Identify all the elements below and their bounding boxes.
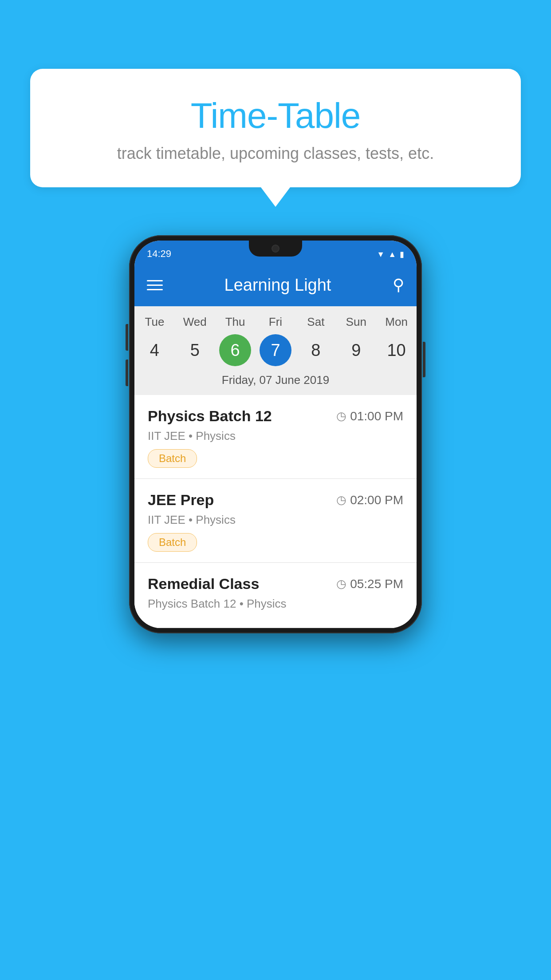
calendar-strip: Tue Wed Thu Fri Sat Sun Mon 4 5 6 7 8 9 … (134, 306, 417, 395)
day-label-sun: Sun (336, 315, 376, 329)
day-5[interactable]: 5 (179, 334, 211, 366)
day-4[interactable]: 4 (138, 334, 170, 366)
day-9[interactable]: 9 (340, 334, 372, 366)
schedule-item-1-time: ◷ 01:00 PM (336, 409, 403, 423)
selected-date-label: Friday, 07 June 2019 (134, 373, 417, 395)
schedule-item-2[interactable]: JEE Prep ◷ 02:00 PM IIT JEE • Physics Ba… (134, 479, 417, 563)
day-label-wed: Wed (175, 315, 215, 329)
search-icon[interactable]: ⚲ (393, 276, 404, 294)
day-8[interactable]: 8 (300, 334, 332, 366)
batch-tag-1: Batch (148, 449, 197, 468)
day-10[interactable]: 10 (381, 334, 413, 366)
batch-tag-2: Batch (148, 533, 197, 552)
day-labels: Tue Wed Thu Fri Sat Sun Mon (134, 315, 417, 329)
status-icons (377, 249, 404, 259)
schedule-item-2-subtitle: IIT JEE • Physics (148, 513, 403, 527)
schedule-list: Physics Batch 12 ◷ 01:00 PM IIT JEE • Ph… (134, 395, 417, 628)
speech-bubble: Time-Table track timetable, upcoming cla… (30, 69, 521, 187)
app-title: Learning Light (173, 276, 382, 295)
schedule-item-3-time: ◷ 05:25 PM (336, 577, 403, 591)
schedule-item-2-title: JEE Prep (148, 491, 214, 509)
phone-shell: 14:29 Learning Light ⚲ (129, 235, 422, 633)
status-time: 14:29 (147, 248, 171, 260)
schedule-item-1-header: Physics Batch 12 ◷ 01:00 PM (148, 407, 403, 425)
schedule-item-1-title: Physics Batch 12 (148, 407, 272, 425)
day-label-sat: Sat (295, 315, 336, 329)
signal-icon (388, 249, 396, 259)
schedule-item-3-header: Remedial Class ◷ 05:25 PM (148, 575, 403, 593)
clock-icon-1: ◷ (336, 409, 346, 423)
menu-icon[interactable] (147, 280, 163, 290)
wifi-icon (377, 249, 385, 259)
clock-icon-3: ◷ (336, 577, 346, 591)
day-label-tue: Tue (134, 315, 175, 329)
schedule-item-3-title: Remedial Class (148, 575, 259, 593)
schedule-item-1[interactable]: Physics Batch 12 ◷ 01:00 PM IIT JEE • Ph… (134, 395, 417, 479)
front-camera (272, 245, 279, 253)
bubble-title: Time-Table (48, 95, 503, 136)
clock-icon-2: ◷ (336, 493, 346, 507)
bubble-subtitle: track timetable, upcoming classes, tests… (48, 144, 503, 163)
app-bar: Learning Light ⚲ (134, 264, 417, 306)
schedule-item-1-subtitle: IIT JEE • Physics (148, 429, 403, 443)
day-label-thu: Thu (215, 315, 256, 329)
phone-screen: 14:29 Learning Light ⚲ (134, 241, 417, 628)
phone-notch (249, 241, 302, 257)
phone-mockup: 14:29 Learning Light ⚲ (129, 235, 422, 633)
speech-bubble-container: Time-Table track timetable, upcoming cla… (30, 69, 521, 187)
day-label-mon: Mon (376, 315, 417, 329)
volume-down-button (126, 360, 128, 386)
schedule-item-3-subtitle: Physics Batch 12 • Physics (148, 597, 403, 611)
schedule-item-3[interactable]: Remedial Class ◷ 05:25 PM Physics Batch … (134, 563, 417, 628)
day-label-fri: Fri (256, 315, 296, 329)
schedule-item-2-time: ◷ 02:00 PM (336, 493, 403, 507)
battery-icon (400, 249, 404, 259)
volume-up-button (126, 324, 128, 351)
day-6-today[interactable]: 6 (219, 334, 251, 366)
schedule-item-2-header: JEE Prep ◷ 02:00 PM (148, 491, 403, 509)
day-numbers: 4 5 6 7 8 9 10 (134, 334, 417, 366)
power-button (423, 342, 425, 377)
day-7-selected[interactable]: 7 (260, 334, 291, 366)
